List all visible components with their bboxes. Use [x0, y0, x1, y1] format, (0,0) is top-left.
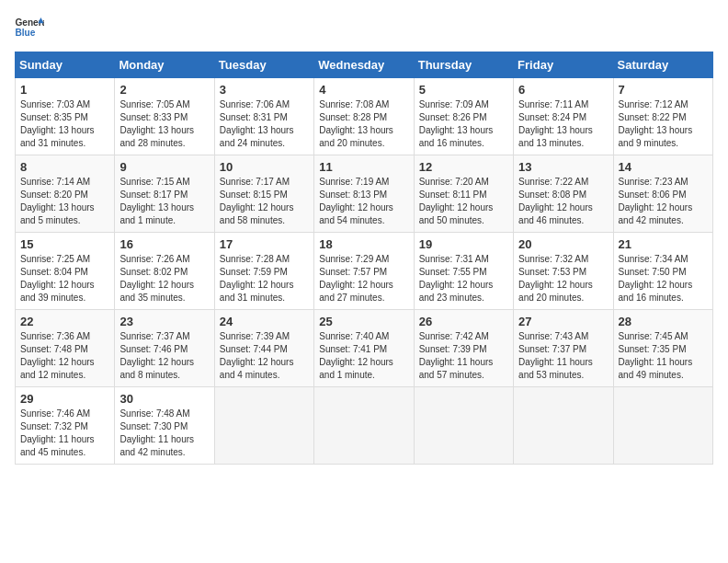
- day-info: Sunrise: 7:32 AMSunset: 7:53 PMDaylight:…: [518, 253, 608, 304]
- day-info: Sunrise: 7:48 AMSunset: 7:30 PMDaylight:…: [119, 408, 209, 459]
- day-info: Sunrise: 7:25 AMSunset: 8:04 PMDaylight:…: [20, 253, 109, 304]
- day-number: 29: [20, 392, 109, 406]
- day-number: 9: [119, 160, 209, 174]
- calendar-day-cell: 23Sunrise: 7:37 AMSunset: 7:46 PMDayligh…: [115, 310, 214, 387]
- day-info: Sunrise: 7:12 AMSunset: 8:22 PMDaylight:…: [619, 98, 708, 150]
- day-info: Sunrise: 7:06 AMSunset: 8:31 PMDaylight:…: [220, 98, 309, 150]
- day-info: Sunrise: 7:43 AMSunset: 7:37 PMDaylight:…: [518, 330, 608, 382]
- day-info: Sunrise: 7:20 AMSunset: 8:11 PMDaylight:…: [419, 176, 508, 227]
- day-number: 22: [20, 315, 109, 328]
- day-info: Sunrise: 7:19 AMSunset: 8:13 PMDaylight:…: [319, 176, 408, 227]
- day-info: Sunrise: 7:09 AMSunset: 8:26 PMDaylight:…: [419, 98, 508, 150]
- calendar-day-cell: 14Sunrise: 7:23 AMSunset: 8:06 PMDayligh…: [613, 155, 712, 233]
- logo-icon: General Blue: [15, 15, 44, 40]
- calendar-day-cell: [214, 387, 313, 465]
- day-number: 6: [518, 83, 608, 97]
- calendar-day-cell: 24Sunrise: 7:39 AMSunset: 7:44 PMDayligh…: [214, 310, 313, 387]
- day-number: 14: [619, 160, 708, 174]
- calendar-week-row: 8Sunrise: 7:14 AMSunset: 8:20 PMDaylight…: [16, 155, 713, 233]
- day-number: 27: [518, 315, 608, 328]
- day-number: 19: [419, 237, 508, 251]
- day-number: 11: [319, 160, 408, 174]
- day-number: 4: [319, 83, 408, 97]
- calendar-day-cell: 9Sunrise: 7:15 AMSunset: 8:17 PMDaylight…: [115, 155, 214, 233]
- day-info: Sunrise: 7:08 AMSunset: 8:28 PMDaylight:…: [319, 98, 408, 150]
- weekday-header-sunday: Sunday: [16, 52, 115, 78]
- calendar-day-cell: 18Sunrise: 7:29 AMSunset: 7:57 PMDayligh…: [314, 233, 414, 310]
- calendar-week-row: 1Sunrise: 7:03 AMSunset: 8:35 PMDaylight…: [16, 78, 713, 155]
- calendar-day-cell: 17Sunrise: 7:28 AMSunset: 7:59 PMDayligh…: [214, 233, 313, 310]
- calendar-day-cell: 30Sunrise: 7:48 AMSunset: 7:30 PMDayligh…: [115, 387, 214, 465]
- calendar-day-cell: 27Sunrise: 7:43 AMSunset: 7:37 PMDayligh…: [514, 310, 613, 387]
- day-info: Sunrise: 7:36 AMSunset: 7:48 PMDaylight:…: [20, 330, 109, 382]
- calendar-day-cell: 4Sunrise: 7:08 AMSunset: 8:28 PMDaylight…: [314, 78, 414, 155]
- day-number: 20: [518, 237, 608, 251]
- calendar-day-cell: [314, 387, 414, 465]
- day-info: Sunrise: 7:11 AMSunset: 8:24 PMDaylight:…: [518, 98, 608, 150]
- day-number: 5: [419, 83, 508, 97]
- calendar-day-cell: [514, 387, 613, 465]
- calendar-day-cell: 28Sunrise: 7:45 AMSunset: 7:35 PMDayligh…: [613, 310, 712, 387]
- day-info: Sunrise: 7:26 AMSunset: 8:02 PMDaylight:…: [119, 253, 209, 304]
- calendar-day-cell: 29Sunrise: 7:46 AMSunset: 7:32 PMDayligh…: [16, 387, 115, 465]
- day-info: Sunrise: 7:17 AMSunset: 8:15 PMDaylight:…: [220, 176, 309, 227]
- calendar-day-cell: 20Sunrise: 7:32 AMSunset: 7:53 PMDayligh…: [514, 233, 613, 310]
- calendar-week-row: 29Sunrise: 7:46 AMSunset: 7:32 PMDayligh…: [16, 387, 713, 465]
- calendar-day-cell: 16Sunrise: 7:26 AMSunset: 8:02 PMDayligh…: [115, 233, 214, 310]
- calendar-day-cell: 8Sunrise: 7:14 AMSunset: 8:20 PMDaylight…: [16, 155, 115, 233]
- calendar-day-cell: 13Sunrise: 7:22 AMSunset: 8:08 PMDayligh…: [514, 155, 613, 233]
- weekday-header-friday: Friday: [514, 52, 613, 78]
- calendar-table: SundayMondayTuesdayWednesdayThursdayFrid…: [15, 52, 713, 465]
- weekday-header-thursday: Thursday: [414, 52, 513, 78]
- day-number: 25: [319, 315, 408, 328]
- day-number: 8: [20, 160, 109, 174]
- calendar-day-cell: 6Sunrise: 7:11 AMSunset: 8:24 PMDaylight…: [514, 78, 613, 155]
- day-number: 2: [119, 83, 209, 97]
- day-info: Sunrise: 7:40 AMSunset: 7:41 PMDaylight:…: [319, 330, 408, 382]
- day-info: Sunrise: 7:15 AMSunset: 8:17 PMDaylight:…: [119, 176, 209, 227]
- day-number: 7: [619, 83, 708, 97]
- calendar-day-cell: 22Sunrise: 7:36 AMSunset: 7:48 PMDayligh…: [16, 310, 115, 387]
- day-info: Sunrise: 7:45 AMSunset: 7:35 PMDaylight:…: [619, 330, 708, 382]
- day-info: Sunrise: 7:05 AMSunset: 8:33 PMDaylight:…: [119, 98, 209, 150]
- day-info: Sunrise: 7:31 AMSunset: 7:55 PMDaylight:…: [419, 253, 508, 304]
- calendar-day-cell: 7Sunrise: 7:12 AMSunset: 8:22 PMDaylight…: [613, 78, 712, 155]
- day-info: Sunrise: 7:46 AMSunset: 7:32 PMDaylight:…: [20, 408, 109, 459]
- day-number: 23: [119, 315, 209, 328]
- day-number: 15: [20, 237, 109, 251]
- day-number: 1: [20, 83, 109, 97]
- weekday-header-saturday: Saturday: [613, 52, 712, 78]
- day-number: 17: [220, 237, 309, 251]
- day-number: 12: [419, 160, 508, 174]
- calendar-day-cell: 12Sunrise: 7:20 AMSunset: 8:11 PMDayligh…: [414, 155, 513, 233]
- logo: General Blue: [15, 15, 44, 40]
- svg-text:Blue: Blue: [15, 28, 35, 38]
- day-info: Sunrise: 7:28 AMSunset: 7:59 PMDaylight:…: [220, 253, 309, 304]
- day-info: Sunrise: 7:29 AMSunset: 7:57 PMDaylight:…: [319, 253, 408, 304]
- weekday-header-tuesday: Tuesday: [214, 52, 313, 78]
- calendar-day-cell: 21Sunrise: 7:34 AMSunset: 7:50 PMDayligh…: [613, 233, 712, 310]
- calendar-day-cell: [414, 387, 513, 465]
- day-number: 30: [119, 392, 209, 406]
- calendar-day-cell: 19Sunrise: 7:31 AMSunset: 7:55 PMDayligh…: [414, 233, 513, 310]
- weekday-header-wednesday: Wednesday: [314, 52, 414, 78]
- calendar-day-cell: 2Sunrise: 7:05 AMSunset: 8:33 PMDaylight…: [115, 78, 214, 155]
- day-number: 26: [419, 315, 508, 328]
- day-number: 18: [319, 237, 408, 251]
- day-number: 10: [220, 160, 309, 174]
- calendar-day-cell: [613, 387, 712, 465]
- calendar-day-cell: 3Sunrise: 7:06 AMSunset: 8:31 PMDaylight…: [214, 78, 313, 155]
- day-info: Sunrise: 7:03 AMSunset: 8:35 PMDaylight:…: [20, 98, 109, 150]
- weekday-header-row: SundayMondayTuesdayWednesdayThursdayFrid…: [16, 52, 713, 78]
- day-info: Sunrise: 7:42 AMSunset: 7:39 PMDaylight:…: [419, 330, 508, 382]
- calendar-day-cell: 10Sunrise: 7:17 AMSunset: 8:15 PMDayligh…: [214, 155, 313, 233]
- day-info: Sunrise: 7:37 AMSunset: 7:46 PMDaylight:…: [119, 330, 209, 382]
- calendar-day-cell: 15Sunrise: 7:25 AMSunset: 8:04 PMDayligh…: [16, 233, 115, 310]
- weekday-header-monday: Monday: [115, 52, 214, 78]
- day-number: 24: [220, 315, 309, 328]
- calendar-day-cell: 26Sunrise: 7:42 AMSunset: 7:39 PMDayligh…: [414, 310, 513, 387]
- day-number: 13: [518, 160, 608, 174]
- day-info: Sunrise: 7:22 AMSunset: 8:08 PMDaylight:…: [518, 176, 608, 227]
- day-info: Sunrise: 7:14 AMSunset: 8:20 PMDaylight:…: [20, 176, 109, 227]
- calendar-week-row: 22Sunrise: 7:36 AMSunset: 7:48 PMDayligh…: [16, 310, 713, 387]
